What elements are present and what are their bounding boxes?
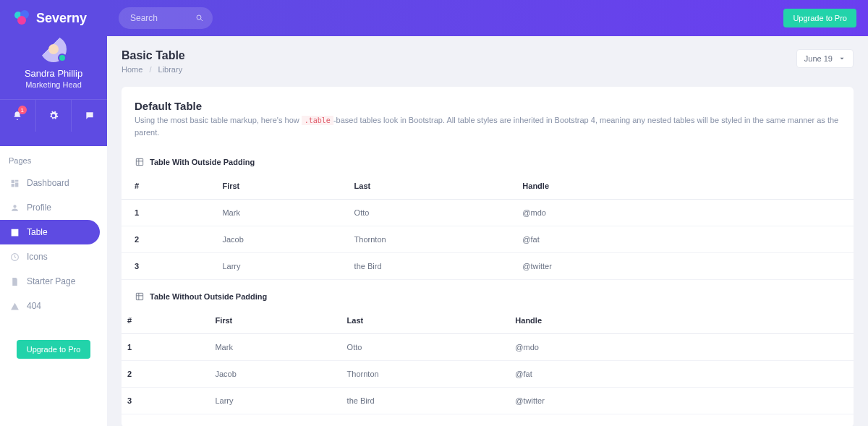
upgrade-button-sidebar[interactable]: Upgrade to Pro (17, 340, 91, 359)
table-with-padding: # First Last Handle 1MarkOtto@mdo 2Jacob… (122, 173, 854, 280)
table-with-padding-heading: Table With Outside Padding (122, 145, 854, 173)
table-row: 1MarkOtto@mdo (122, 200, 854, 226)
sidebar-item-profile[interactable]: Profile (0, 195, 107, 220)
warning-icon (10, 302, 20, 311)
user-icon-row: 1 (0, 99, 107, 132)
upgrade-button-top[interactable]: Upgrade to Pro (783, 9, 856, 27)
sidebar-item-404[interactable]: 404 (0, 294, 107, 318)
table-row: 3Larrythe Bird@twitter (122, 388, 854, 414)
table-row: 2JacobThornton@fat (122, 361, 854, 388)
messages-button[interactable] (72, 100, 107, 132)
layout-icon (135, 157, 145, 167)
col-header: Last (341, 307, 510, 334)
col-header: First (209, 173, 341, 200)
col-header: # (122, 173, 209, 200)
default-table-card: Default Table Using the most basic table… (122, 87, 854, 426)
chat-icon (85, 111, 95, 121)
sidebar-item-starter[interactable]: Starter Page (0, 269, 107, 294)
nav-section-label: Pages (0, 146, 107, 171)
sidebar-item-dashboard[interactable]: Dashboard (0, 171, 107, 195)
col-header: Handle (509, 173, 854, 200)
table-row: 2JacobThornton@fat (122, 226, 854, 253)
brand-logo[interactable]: Severny (0, 10, 107, 36)
clock-icon (10, 252, 20, 262)
user-role: Marketing Head (0, 80, 107, 89)
breadcrumb: Home / Library (122, 65, 185, 74)
sidebar-item-label: Icons (27, 252, 48, 262)
logo-icon (13, 10, 32, 26)
date-value: June 19 (804, 54, 833, 63)
topbar: Upgrade to Pro (107, 0, 868, 36)
sidebar-item-label: Profile (27, 203, 51, 213)
gear-icon (48, 111, 59, 121)
svg-rect-3 (136, 293, 142, 299)
user-name: Sandra Phillip (0, 68, 107, 79)
col-header: Last (341, 173, 510, 200)
table-icon (10, 228, 20, 237)
sidebar-item-icons[interactable]: Icons (0, 244, 107, 269)
date-picker[interactable]: June 19 (796, 49, 854, 68)
sidebar-item-label: Dashboard (27, 178, 69, 188)
page-icon (10, 277, 20, 286)
user-icon (10, 203, 20, 213)
notifications-button[interactable]: 1 (0, 100, 36, 132)
svg-rect-2 (136, 158, 142, 165)
table-row: 1MarkOtto@mdo (122, 334, 854, 361)
page-title: Basic Table (122, 49, 185, 62)
table-row: 3Larrythe Bird@twitter (122, 253, 854, 280)
chevron-down-icon (838, 55, 846, 62)
notif-badge: 1 (18, 106, 27, 114)
col-header: # (122, 307, 209, 334)
breadcrumb-home[interactable]: Home (122, 65, 142, 74)
sidebar-item-table[interactable]: Table (0, 220, 100, 244)
col-header: Handle (509, 307, 854, 334)
brand-name: Severny (36, 11, 87, 26)
sidebar: Severny Sandra Phillip Marketing Head 1 … (0, 0, 107, 426)
avatar[interactable] (41, 36, 67, 62)
breadcrumb-library[interactable]: Library (158, 65, 183, 74)
card-title: Default Table (135, 100, 841, 112)
sidebar-item-label: 404 (27, 301, 41, 311)
layout-icon (135, 291, 145, 302)
card-description: Using the most basic table markup, here'… (135, 114, 841, 138)
sidebar-top: Severny Sandra Phillip Marketing Head 1 (0, 0, 107, 146)
table-without-padding: # First Last Handle 1MarkOtto@mdo 2Jacob… (122, 307, 854, 414)
col-header: First (209, 307, 341, 334)
table-without-padding-heading: Table Without Outside Padding (122, 280, 854, 307)
dashboard-icon (10, 179, 20, 188)
search-icon (195, 14, 204, 22)
sidebar-item-label: Starter Page (27, 276, 75, 286)
svg-point-1 (197, 15, 201, 20)
settings-button[interactable] (36, 100, 72, 132)
sidebar-item-label: Table (27, 227, 48, 237)
